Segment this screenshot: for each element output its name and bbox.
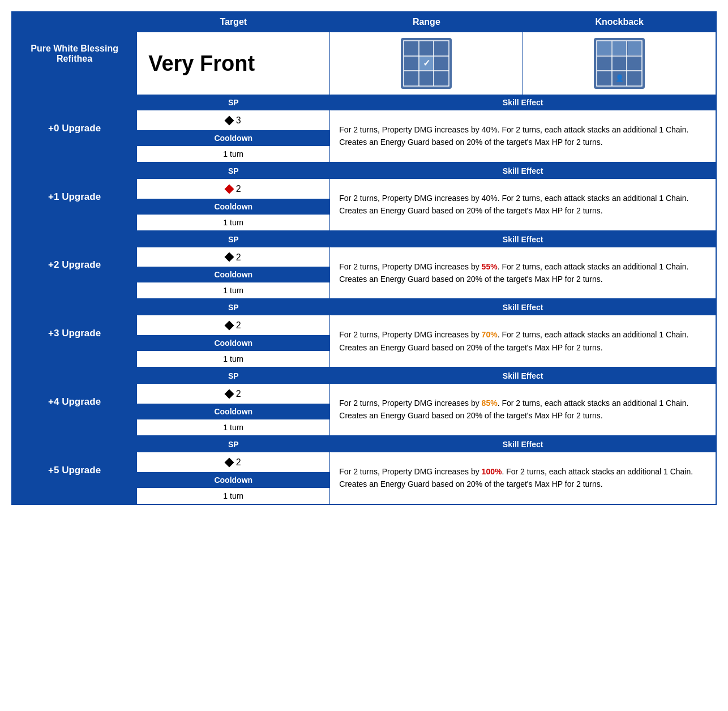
target-header: Target: [137, 12, 330, 32]
skill-effect-text-2: For 2 turns, Property DMG increases by 5…: [330, 247, 716, 299]
skill-effect-label-3: Skill Effect: [330, 299, 716, 315]
upgrade-1-sp-header-row: +1 Upgrade SP Skill Effect: [12, 162, 716, 178]
svg-rect-15: [613, 41, 626, 55]
range-grid-icon: ✓: [401, 38, 452, 89]
upgrade-3-sp-header-row: +3 Upgrade SP Skill Effect: [12, 299, 716, 315]
skill-effect-text-5: For 2 turns, Property DMG increases by 1…: [330, 452, 716, 504]
upgrade-label-0: +0 Upgrade: [12, 95, 137, 163]
skill-effect-label-1: Skill Effect: [330, 162, 716, 178]
upgrade-5-sp-header-row: +5 Upgrade SP Skill Effect: [12, 436, 716, 452]
sp-value-5: 2: [137, 452, 330, 472]
sp-value-1: 2: [137, 178, 330, 199]
knockback-grid-icon: 👤: [594, 38, 645, 89]
upgrade-label-3: +3 Upgrade: [12, 299, 137, 368]
range-header: Range: [330, 12, 523, 32]
skill-effect-label-5: Skill Effect: [330, 436, 716, 452]
svg-text:👤: 👤: [615, 74, 624, 82]
cooldown-value-3: 1 turn: [137, 351, 330, 368]
cooldown-value-2: 1 turn: [137, 282, 330, 299]
target-value: Very Front: [137, 32, 330, 95]
cooldown-value-4: 1 turn: [137, 419, 330, 436]
sp-value-2: 2: [137, 247, 330, 267]
skill-effect-text-3: For 2 turns, Property DMG increases by 7…: [330, 315, 716, 368]
upgrade-label-5: +5 Upgrade: [12, 436, 137, 504]
knockback-image-cell: 👤: [523, 32, 716, 95]
skill-effect-label-4: Skill Effect: [330, 368, 716, 384]
sp-label-3: SP: [137, 299, 330, 315]
cooldown-label-3: Cooldown: [137, 336, 330, 351]
sp-label-1: SP: [137, 162, 330, 178]
sp-value-0: 3: [137, 110, 330, 131]
upgrade-label-4: +4 Upgrade: [12, 368, 137, 436]
cooldown-label-1: Cooldown: [137, 199, 330, 214]
skill-effect-label-2: Skill Effect: [330, 231, 716, 247]
skill-effect-text-1: For 2 turns, Property DMG increases by 4…: [330, 178, 716, 231]
cooldown-label-5: Cooldown: [137, 472, 330, 487]
knockback-header: Knockback: [523, 12, 716, 32]
cooldown-value-1: 1 turn: [137, 214, 330, 231]
skill-effect-text-0: For 2 turns, Property DMG increases by 4…: [330, 110, 716, 163]
upgrade-label-1: +1 Upgrade: [12, 162, 137, 231]
upgrade-2-sp-header-row: +2 Upgrade SP Skill Effect: [12, 231, 716, 247]
skill-title: Pure White Blessing Refithea: [31, 44, 118, 63]
skill-table: Pure White Blessing Refithea Target Rang…: [11, 11, 717, 505]
sp-label-2: SP: [137, 231, 330, 247]
sp-label-0: SP: [137, 95, 330, 110]
title-header: Pure White Blessing Refithea: [12, 12, 137, 95]
cooldown-label-4: Cooldown: [137, 404, 330, 419]
upgrade-label-2: +2 Upgrade: [12, 231, 137, 299]
cooldown-label-2: Cooldown: [137, 267, 330, 282]
skill-effect-text-4: For 2 turns, Property DMG increases by 8…: [330, 384, 716, 436]
upgrade-0-sp-header-row: +0 Upgrade SP Skill Effect: [12, 95, 716, 110]
svg-rect-14: [597, 41, 611, 55]
cooldown-label-0: Cooldown: [137, 130, 330, 145]
upgrade-4-sp-header-row: +4 Upgrade SP Skill Effect: [12, 368, 716, 384]
svg-rect-16: [628, 41, 641, 55]
cooldown-value-5: 1 turn: [137, 487, 330, 504]
sp-label-4: SP: [137, 368, 330, 384]
svg-text:✓: ✓: [423, 58, 430, 68]
range-image-cell: ✓: [330, 32, 523, 95]
sp-label-5: SP: [137, 436, 330, 452]
sp-value-4: 2: [137, 384, 330, 404]
sp-value-3: 2: [137, 315, 330, 336]
skill-effect-label-0: Skill Effect: [330, 95, 716, 110]
cooldown-value-0: 1 turn: [137, 145, 330, 162]
